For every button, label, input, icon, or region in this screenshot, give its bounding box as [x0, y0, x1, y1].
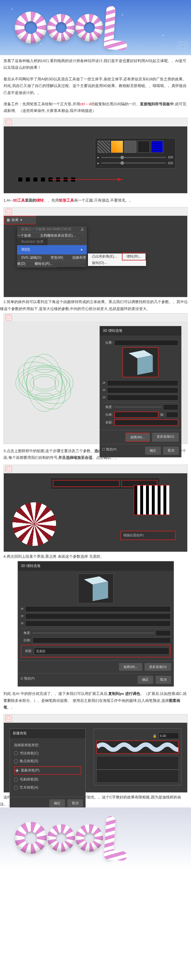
step2-text: 2.简单的操作就可以看到左下角这个由圆饼转而成的立体效果。重点我们可以调整找框住… [0, 297, 188, 313]
radio-bristle[interactable]: 毛刷画笔(B) [14, 776, 81, 783]
svg-point-6 [15, 351, 74, 415]
figure-symbol-panel: ▸100 ▸100 [3, 118, 188, 193]
surface-select[interactable]: 无底纹 [34, 648, 169, 655]
svg-point-7 [27, 354, 62, 412]
stripe-symbol-preview [134, 485, 170, 515]
rot-x-input[interactable] [25, 606, 171, 612]
app-logo-icon [5, 715, 12, 722]
torus-wireframe [13, 351, 76, 415]
angle-slider[interactable] [115, 407, 161, 407]
cancel-button[interactable]: 取消 [156, 676, 171, 684]
letter-c [15, 822, 47, 854]
symbol-thumb[interactable] [138, 141, 150, 153]
offset-input[interactable] [115, 412, 159, 418]
rotation-cube[interactable] [123, 347, 159, 377]
ok-button[interactable]: 确定 [138, 676, 153, 684]
angle-input[interactable] [156, 630, 171, 636]
cancel-button[interactable]: 取消 [67, 799, 83, 807]
scale-input[interactable]: 6.00 [159, 733, 179, 739]
effect-menu[interactable]: 应用上一个效果 Alt+Shift+Ctrl+E 上一个效果 文档栅格效果设置(… [17, 226, 87, 267]
position-select[interactable] [115, 340, 178, 346]
pinwheel-result [11, 500, 58, 547]
3d-submenu[interactable]: 凸出和斜角(E)... 绕转(R)... 旋转(O)... [88, 253, 146, 266]
ok-button[interactable]: 确定 [145, 447, 161, 455]
intro-para-3: 准备工作：先用矩形工具绘制一个正方形,并用ctrl﹢d功能复制出黑白间隔的一行。… [0, 98, 191, 116]
figure-surface-none: 3D 绕转选项 ⟳ ⟳ ⟳ 角度: 位移: 表面:无底纹 贴图(M)... 更多… [18, 561, 173, 687]
offset-input[interactable] [32, 638, 171, 643]
letter-o2 [75, 824, 103, 852]
figure-3d-menu: ▦效果▾ 应用上一个效果 Alt+Shift+Ctrl+E 上一个效果 文档栅格… [3, 207, 188, 297]
dialog-subtitle: 选择新画笔类型: [14, 743, 39, 747]
radio-art[interactable]: 艺术画笔(A) [14, 784, 81, 791]
axis-icon: ⟳ [103, 395, 105, 401]
grid-icon: ▦ [7, 217, 10, 223]
more-options-button[interactable]: 更多选项(O) [152, 433, 179, 442]
symbol-thumb[interactable] [124, 141, 137, 153]
watermark-icon [178, 42, 188, 52]
rot-y-input[interactable] [25, 613, 171, 619]
app-logo-icon [5, 314, 12, 321]
figure-map-art: 缩放以适合(F) [3, 465, 188, 552]
app-logo-icon [5, 466, 12, 472]
submenu-rotate[interactable]: 旋转(O)... [88, 259, 111, 266]
angle-slider[interactable] [32, 633, 154, 633]
figure-new-brush: 新建画笔 选择新画笔类型: 书法画笔(C) 散点画笔(S) 图案画笔(P) 毛刷… [3, 714, 188, 793]
dialog-title: 新建画笔 [13, 730, 27, 737]
svg-point-4 [33, 377, 56, 389]
panel-title: 3D 绕转选项 [21, 563, 40, 570]
new-brush-dialog[interactable]: 新建画笔 选择新画笔类型: 书法画笔(C) 散点画笔(S) 图案画笔(P) 毛刷… [10, 729, 86, 810]
menu-item-3d[interactable]: 3D(3)▸ [17, 245, 87, 255]
cool-3d-text [14, 6, 115, 49]
cool-3d-text-footer [14, 816, 115, 860]
scale-to-fit-option[interactable]: 缩放以适合(F) [121, 531, 176, 540]
symbol-thumb[interactable] [111, 141, 123, 153]
rot-z-input[interactable] [107, 395, 178, 401]
more-options-button[interactable]: 更多选项(O) [145, 663, 171, 671]
rot-y-input[interactable] [107, 388, 178, 393]
radio-scatter[interactable]: 散点画笔(S) [14, 758, 81, 765]
menu-effect[interactable]: ▦效果▾ [4, 216, 36, 224]
letter-o2 [75, 14, 103, 41]
revolve-options-panel[interactable]: 3D 绕转选项 位置: ⟳ ⟳ ⟳ 角度: 位移:自: 表面: 贴图(M)...… [100, 326, 181, 457]
symbol-panel[interactable]: ▸100 ▸100 [95, 138, 176, 169]
cancel-button[interactable]: 取消 [163, 447, 179, 455]
menu-item[interactable]: 栅格化(R)... [30, 260, 57, 267]
submenu-extrude[interactable]: 凸出和斜角(E)... [88, 253, 121, 260]
letter-o1 [47, 14, 75, 41]
angle-input[interactable] [163, 404, 178, 410]
pattern-brush-panel[interactable]: 🔒6.00 [94, 729, 181, 785]
rot-z-input[interactable] [25, 620, 171, 627]
letter-c [15, 11, 47, 43]
rot-x-input[interactable] [107, 380, 178, 386]
opacity-row[interactable]: ▸100 [97, 154, 173, 161]
brush-graph[interactable] [96, 756, 179, 783]
ok-button[interactable]: 确定 [49, 799, 65, 807]
revolve-options-panel-2[interactable]: 3D 绕转选项 ⟳ ⟳ ⟳ 角度: 位移: 表面:无底纹 贴图(M)... 更多… [18, 561, 174, 686]
axis-icon: ⟳ [21, 613, 24, 619]
submenu-revolve[interactable]: 绕转(R)... [122, 252, 146, 261]
symbol-thumb[interactable] [97, 141, 110, 153]
intro-para-2: 最后从不同网站学了用AI的3D以及混合工具做了一些立体字,条纹立体字,还有类似京… [0, 73, 191, 98]
flow-row[interactable]: ▸100 [97, 161, 173, 166]
map-art-button[interactable]: 贴图(M)... [119, 663, 142, 671]
radio-calligraphic[interactable]: 书法画笔(C) [14, 750, 81, 757]
radio-pattern[interactable]: 图案画笔(P) [14, 766, 81, 775]
menu-section: Illustrator 效果 [17, 238, 48, 245]
from-input[interactable] [166, 412, 178, 418]
chevron-down-icon: ▾ [20, 217, 22, 223]
letter-l [103, 816, 116, 860]
symbol-select[interactable] [53, 480, 119, 487]
lock-icon: 🔒 [153, 733, 157, 739]
rotation-cube[interactable] [78, 574, 113, 603]
surface-select[interactable] [115, 419, 178, 426]
svg-point-1 [19, 368, 70, 398]
intro-para-1: 羡慕了这各种输入框的UI们,看到电商的设计师各种玩环设计,我们是不是也要好好利用… [0, 55, 191, 73]
map-art-button[interactable]: 贴图(M)... [126, 433, 150, 442]
svg-point-2 [22, 369, 67, 396]
red-arrow [50, 179, 123, 180]
step4-text: 4.再次回到上段某个界面,重点将 表面这个参数选择 无底纹。 [0, 552, 108, 561]
svg-point-0 [16, 365, 73, 400]
hero-banner [0, 0, 191, 55]
step1-text: 1.AI--3D工具里面的绕转。。先用矩形工具画一个正圆,只有描边,不要填充。。 [0, 195, 191, 206]
symbol-thumb[interactable] [151, 141, 163, 153]
